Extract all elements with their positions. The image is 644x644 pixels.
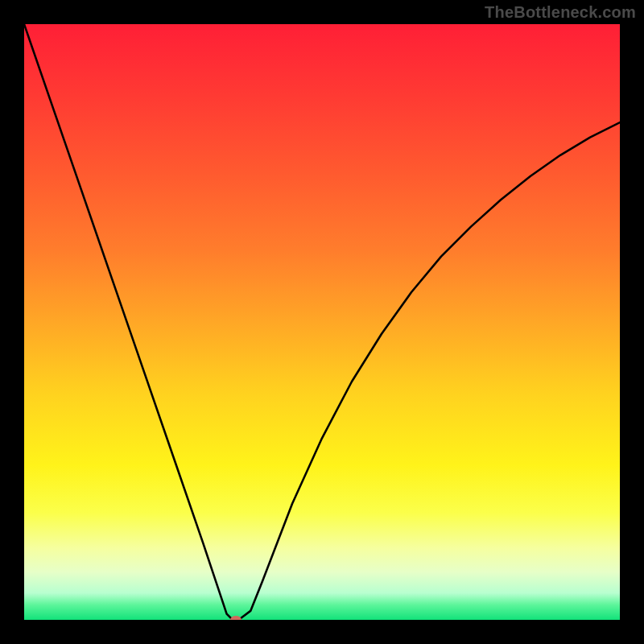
watermark-label: TheBottleneck.com bbox=[485, 3, 636, 22]
chart-frame: TheBottleneck.com bbox=[0, 0, 644, 644]
min-point-marker bbox=[230, 616, 242, 620]
plot-area bbox=[24, 24, 620, 620]
bottleneck-curve bbox=[24, 24, 620, 620]
